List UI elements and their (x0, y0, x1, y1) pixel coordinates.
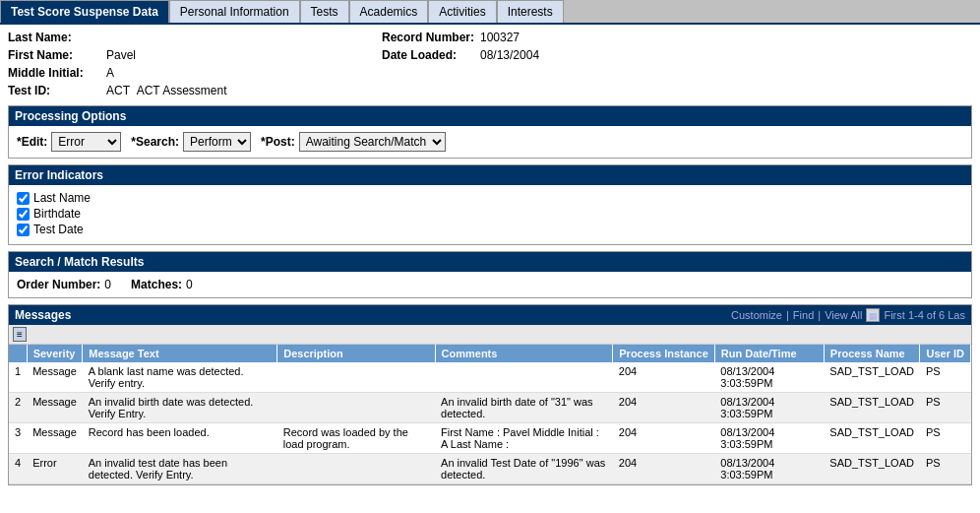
order-number-field: Order Number: 0 (17, 278, 111, 291)
table-row: 4ErrorAn invalid test date has been dete… (9, 454, 971, 484)
cell-comments: An invalid birth date of "31" was detect… (435, 393, 613, 423)
test-id-desc: ACT Assessment (137, 84, 227, 97)
error-indicators-body: Last Name Birthdate Test Date (9, 185, 971, 244)
top-right-info: Record Number: 100327 Date Loaded: 08/13… (382, 31, 972, 101)
col-severity[interactable]: Severity (27, 345, 83, 362)
cell-comments: First Name : Pavel Middle Initial : A La… (435, 423, 613, 454)
top-left-info: Last Name: First Name: Pavel Middle Init… (8, 31, 382, 101)
col-num (9, 345, 27, 362)
cell-description: Record was loaded by the load program. (277, 423, 435, 454)
col-run-date-time[interactable]: Run Date/Time (714, 345, 824, 362)
order-number-value: 0 (104, 278, 111, 291)
cell-comments: An invalid Test Date of "1996" was detec… (435, 454, 613, 484)
last-name-row: Last Name: (8, 31, 382, 44)
cell-user_id: PS (920, 362, 971, 393)
cell-severity: Message (27, 362, 83, 393)
table-row: 1MessageA blank last name was detected. … (9, 362, 971, 393)
cell-description (277, 393, 435, 423)
cell-run_date_time: 08/13/2004 3:03:59PM (714, 423, 824, 454)
record-number-value: 100327 (480, 31, 520, 44)
cell-process_name: SAD_TST_LOAD (824, 362, 920, 393)
tab-personal-information[interactable]: Personal Information (169, 0, 300, 23)
cell-severity: Error (27, 454, 83, 484)
messages-toolbar-icon[interactable]: ≡ (13, 327, 27, 342)
tab-interests[interactable]: Interests (497, 0, 564, 23)
last-name-checkbox[interactable] (17, 192, 30, 205)
error-indicators-section: Error Indicators Last Name Birthdate Tes… (8, 164, 972, 245)
table-header-row: Severity Message Text Description Commen… (9, 345, 971, 362)
col-user-id[interactable]: User ID (920, 345, 971, 362)
cell-run_date_time: 08/13/2004 3:03:59PM (714, 393, 824, 423)
tab-test-score-suspense-data[interactable]: Test Score Suspense Data (0, 0, 169, 23)
edit-select[interactable]: Error Warning None (51, 132, 121, 152)
processing-options-body: *Edit: Error Warning None *Search: Perfo… (9, 126, 971, 158)
cell-message_text: An invalid test date has been detected. … (83, 454, 277, 484)
table-row: 2MessageAn invalid birth date was detect… (9, 393, 971, 423)
middle-initial-label: Middle Initial: (8, 66, 106, 80)
post-select[interactable]: Awaiting Search/Match Post Skip (299, 132, 446, 152)
edit-field: *Edit: Error Warning None (17, 132, 121, 152)
first-name-row: First Name: Pavel (8, 48, 382, 62)
messages-toolbar: ≡ (9, 325, 971, 345)
table-row: 3MessageRecord has been loaded.Record wa… (9, 423, 971, 454)
col-process-instance[interactable]: Process Instance (613, 345, 715, 362)
col-comments[interactable]: Comments (435, 345, 613, 362)
col-process-name[interactable]: Process Name (824, 345, 920, 362)
cell-process_name: SAD_TST_LOAD (824, 393, 920, 423)
cell-description (277, 454, 435, 484)
processing-options-header: Processing Options (9, 106, 971, 126)
messages-header-title: Messages (15, 308, 71, 322)
test-id-row: Test ID: ACT ACT Assessment (8, 84, 382, 97)
first-name-label: First Name: (8, 48, 106, 62)
order-number-label: Order Number: (17, 278, 100, 291)
search-match-section: Search / Match Results Order Number: 0 M… (8, 251, 972, 298)
post-field: *Post: Awaiting Search/Match Post Skip (261, 132, 446, 152)
cell-user_id: PS (920, 454, 971, 484)
first-name-value: Pavel (106, 48, 136, 62)
tab-bar: Test Score Suspense Data Personal Inform… (0, 0, 980, 25)
page-body: Last Name: First Name: Pavel Middle Init… (0, 25, 980, 491)
messages-header-controls: Customize | Find | View All ▦ First 1-4 … (731, 308, 965, 322)
cell-user_id: PS (920, 393, 971, 423)
test-id-value: ACT (106, 84, 130, 97)
record-number-label: Record Number: (382, 31, 480, 44)
tab-activities[interactable]: Activities (428, 0, 496, 23)
record-number-row: Record Number: 100327 (382, 31, 972, 44)
search-match-body: Order Number: 0 Matches: 0 (9, 272, 971, 297)
cell-severity: Message (27, 393, 83, 423)
find-link[interactable]: Find (793, 309, 814, 321)
messages-header: Messages Customize | Find | View All ▦ F… (9, 305, 971, 325)
cell-process_name: SAD_TST_LOAD (824, 454, 920, 484)
col-message-text[interactable]: Message Text (83, 345, 277, 362)
grid-view-icon[interactable]: ▦ (866, 308, 880, 322)
col-description[interactable]: Description (277, 345, 435, 362)
cell-process_name: SAD_TST_LOAD (824, 423, 920, 454)
cell-num: 2 (9, 393, 27, 423)
middle-initial-row: Middle Initial: A (8, 66, 382, 80)
top-info: Last Name: First Name: Pavel Middle Init… (8, 31, 972, 101)
edit-label: *Edit: (17, 135, 47, 149)
cell-num: 3 (9, 423, 27, 454)
search-select[interactable]: Perform Skip (183, 132, 251, 152)
birthdate-checkbox[interactable] (17, 208, 30, 221)
messages-section: Messages Customize | Find | View All ▦ F… (8, 304, 972, 485)
test-date-checkbox[interactable] (17, 224, 30, 236)
cell-user_id: PS (920, 423, 971, 454)
date-loaded-row: Date Loaded: 08/13/2004 (382, 48, 972, 62)
messages-table: Severity Message Text Description Commen… (9, 345, 971, 484)
cell-severity: Message (27, 423, 83, 454)
error-indicator-birthdate: Birthdate (17, 207, 963, 221)
error-indicator-test-date: Test Date (17, 223, 963, 236)
last-name-label: Last Name: (8, 31, 106, 44)
tab-academics[interactable]: Academics (349, 0, 429, 23)
tab-tests[interactable]: Tests (300, 0, 349, 23)
cell-message_text: An invalid birth date was detected. Veri… (83, 393, 277, 423)
cell-run_date_time: 08/13/2004 3:03:59PM (714, 454, 824, 484)
view-all-link[interactable]: View All (825, 309, 862, 321)
customize-link[interactable]: Customize (731, 309, 782, 321)
cell-run_date_time: 08/13/2004 3:03:59PM (714, 362, 824, 393)
matches-value: 0 (186, 278, 193, 291)
birthdate-checkbox-label: Birthdate (33, 207, 81, 221)
matches-label: Matches: (131, 278, 182, 291)
cell-process_instance: 204 (613, 362, 715, 393)
